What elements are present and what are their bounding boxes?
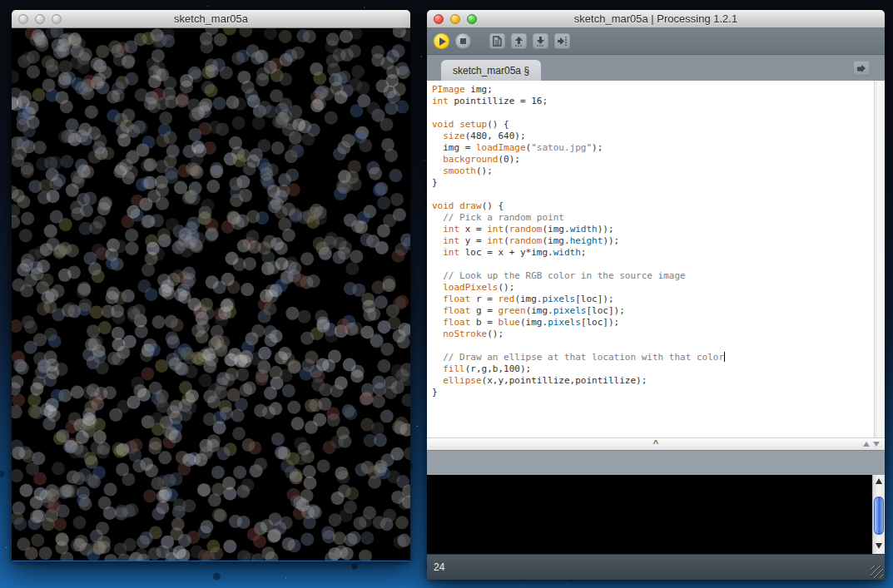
new-sketch-button[interactable] [489, 33, 505, 49]
desktop-background: sketch_mar05a sketch_mar05a | Processing… [0, 0, 893, 588]
code-line: background(0); [432, 154, 871, 166]
message-area [427, 450, 885, 475]
processing-ide-window: sketch_mar05a | Processing 1.2.1 sketch_… [427, 10, 885, 580]
code-line: float r = red(img.pixels[loc]); [432, 294, 871, 305]
code-area: PImage img;int pointillize = 16; void se… [432, 84, 871, 398]
code-line: float g = green(img.pixels[loc]); [432, 305, 871, 317]
window-controls [427, 14, 477, 24]
zoom-button[interactable] [52, 14, 62, 24]
code-line: int pointillize = 16; [432, 96, 871, 107]
save-button[interactable] [533, 33, 548, 49]
current-line-number: 24 [427, 561, 444, 573]
arrow-right-icon [856, 64, 866, 72]
export-button[interactable] [554, 33, 570, 49]
scroll-up-arrow-icon[interactable] [876, 478, 882, 484]
arrow-up-icon [513, 36, 524, 47]
tab-bar: sketch_mar05a § [427, 55, 885, 81]
console-scrollbar[interactable] [872, 475, 885, 554]
arrow-down-icon [535, 36, 546, 47]
scroll-up-arrow-icon[interactable] [863, 442, 870, 447]
code-line: // Look up the RGB color in the source i… [432, 270, 871, 282]
console-output [427, 475, 885, 554]
scroll-down-arrow-icon[interactable] [873, 442, 880, 447]
editor-vertical-scrollbar[interactable] [874, 81, 885, 437]
tab-label: sketch_mar05a § [453, 65, 529, 77]
code-line: smooth(); [432, 166, 871, 177]
code-line: } [432, 177, 871, 189]
code-line: } [432, 387, 871, 398]
editor-horizontal-scrollbar[interactable]: ^ [427, 437, 885, 450]
sketch-window-title: sketch_mar05a [12, 12, 410, 25]
code-line: noStroke(); [432, 329, 871, 340]
close-button[interactable] [18, 14, 28, 24]
code-line [432, 340, 871, 352]
code-line: int x = int(random(img.width)); [432, 224, 871, 235]
scroll-down-arrow-icon[interactable] [876, 543, 882, 549]
text-caret [724, 352, 725, 362]
code-line: loadPixels(); [432, 282, 871, 294]
code-line: float b = blue(img.pixels[loc]); [432, 317, 871, 329]
close-button[interactable] [434, 14, 444, 24]
tab-sketch-mar05a[interactable]: sketch_mar05a § [441, 60, 541, 81]
sketch-render-canvas [12, 28, 410, 561]
stop-icon [460, 38, 466, 44]
stop-button[interactable] [455, 33, 471, 49]
scrollbar-thumb[interactable] [874, 497, 884, 535]
sketch-output-window: sketch_mar05a [12, 10, 410, 561]
document-icon [492, 36, 503, 47]
code-line: int y = int(random(img.height)); [432, 235, 871, 247]
window-resize-grip[interactable] [871, 566, 883, 578]
tab-menu-button[interactable] [853, 61, 870, 76]
code-line [432, 107, 871, 119]
minimize-button[interactable] [35, 14, 45, 24]
ide-titlebar[interactable]: sketch_mar05a | Processing 1.2.1 [427, 10, 885, 28]
code-line [432, 189, 871, 200]
run-button[interactable] [434, 33, 449, 49]
code-line: size(480, 640); [432, 131, 871, 142]
code-editor[interactable]: PImage img;int pointillize = 16; void se… [427, 81, 885, 437]
open-button[interactable] [511, 33, 527, 49]
zoom-button[interactable] [467, 14, 477, 24]
code-line: int loc = x + y*img.width; [432, 247, 871, 259]
ide-window-title: sketch_mar05a | Processing 1.2.1 [427, 12, 885, 25]
code-line: // Draw an ellipse at that location with… [432, 352, 871, 363]
ide-toolbar [427, 28, 885, 55]
code-line: PImage img; [432, 84, 871, 96]
code-line: img = loadImage("satou.jpg"); [432, 142, 871, 154]
status-bar: 24 [427, 554, 885, 580]
scrollbar-arrows [863, 442, 880, 447]
code-line: void setup() { [432, 119, 871, 131]
code-line: fill(r,g,b,100); [432, 363, 871, 375]
arrow-right-icon [557, 36, 568, 47]
window-controls [12, 14, 62, 24]
splitter-dimple-icon: ^ [653, 438, 658, 449]
play-icon [439, 37, 446, 46]
minimize-button[interactable] [450, 14, 460, 24]
code-line: // Pick a random point [432, 212, 871, 224]
code-line [432, 259, 871, 270]
code-line: void draw() { [432, 200, 871, 212]
code-line: ellipse(x,y,pointillize,pointillize); [432, 375, 871, 387]
sketch-window-titlebar[interactable]: sketch_mar05a [12, 10, 410, 28]
